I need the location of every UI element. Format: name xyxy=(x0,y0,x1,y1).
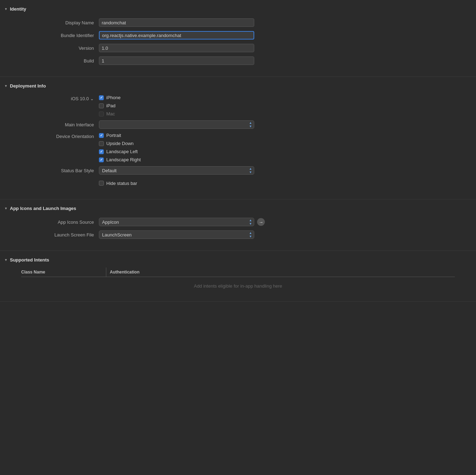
hide-status-bar-checkbox-row: Hide status bar xyxy=(99,181,137,186)
deploy-targets: iPhone iPad Mac xyxy=(99,95,120,116)
portrait-label: Portrait xyxy=(106,133,121,138)
landscape-left-label: Landscape Left xyxy=(106,149,138,154)
iphone-label: iPhone xyxy=(106,95,120,100)
supported-intents-title: Supported Intents xyxy=(10,257,49,263)
launch-screen-select-wrapper: LaunchScreen ▲ ▼ xyxy=(99,230,254,239)
iphone-checkbox[interactable] xyxy=(99,95,104,100)
identity-header[interactable]: ▾ Identity xyxy=(0,6,476,17)
ipad-checkbox[interactable] xyxy=(99,103,104,108)
status-bar-select-wrapper: Default Light Content Dark Content ▲ ▼ xyxy=(99,166,254,175)
app-icons-form: App Icons Source AppIcon ▲ ▼ → xyxy=(0,216,476,244)
app-icons-nav-button[interactable]: → xyxy=(257,218,265,226)
deployment-chevron: ▾ xyxy=(5,84,7,88)
landscape-left-checkbox[interactable] xyxy=(99,149,104,154)
mac-label: Mac xyxy=(106,111,115,116)
landscape-right-row: Landscape Right xyxy=(99,157,141,162)
app-icons-title: App Icons and Launch Images xyxy=(10,206,76,211)
intents-table-header: Class Name Authentication xyxy=(21,267,455,277)
supported-intents-chevron: ▾ xyxy=(5,258,7,262)
bundle-id-input[interactable] xyxy=(99,31,254,40)
deployment-title: Deployment Info xyxy=(10,83,46,89)
main-interface-select[interactable] xyxy=(99,120,254,129)
build-row: Build xyxy=(21,56,455,65)
app-icons-source-label: App Icons Source xyxy=(21,220,99,225)
supported-intents-header[interactable]: ▾ Supported Intents xyxy=(0,257,476,267)
deployment-header[interactable]: ▾ Deployment Info xyxy=(0,83,476,94)
status-bar-select[interactable]: Default Light Content Dark Content xyxy=(99,166,254,175)
upside-down-label: Upside Down xyxy=(106,141,133,146)
target-iphone-row: iPhone xyxy=(99,95,120,100)
bundle-id-row: Bundle Identifier xyxy=(21,31,455,40)
display-name-input[interactable] xyxy=(99,18,254,27)
target-mac-row: Mac xyxy=(99,111,120,116)
launch-screen-select[interactable]: LaunchScreen xyxy=(99,230,254,239)
app-icons-source-row: App Icons Source AppIcon ▲ ▼ → xyxy=(21,217,455,227)
main-interface-row: Main Interface ▲ ▼ xyxy=(21,120,455,129)
app-icons-header[interactable]: ▾ App Icons and Launch Images xyxy=(0,206,476,216)
device-orientation-label: Device Orientation xyxy=(21,133,99,139)
bundle-id-label: Bundle Identifier xyxy=(21,33,99,38)
portrait-checkbox[interactable] xyxy=(99,133,104,138)
build-input[interactable] xyxy=(99,56,254,65)
hide-status-bar-checkbox[interactable] xyxy=(99,181,104,186)
app-icons-source-select[interactable]: AppIcon xyxy=(99,218,254,226)
landscape-right-label: Landscape Right xyxy=(106,157,141,162)
deployment-section: ▾ Deployment Info iOS 10.0 ⌄ iPhone iPad xyxy=(0,77,476,199)
status-bar-row: Status Bar Style Default Light Content D… xyxy=(21,166,455,175)
target-ipad-row: iPad xyxy=(99,103,120,108)
version-input[interactable] xyxy=(99,44,254,52)
supported-intents-table-wrapper: Class Name Authentication Add intents el… xyxy=(0,267,476,295)
identity-section: ▾ Identity Display Name Bundle Identifie… xyxy=(0,0,476,77)
portrait-row: Portrait xyxy=(99,133,141,138)
device-orientation-row: Device Orientation Portrait Upside Down … xyxy=(21,133,455,162)
add-intents-hint: Add intents eligible for in-app handling… xyxy=(21,277,455,295)
landscape-left-row: Landscape Left xyxy=(99,149,141,154)
identity-title: Identity xyxy=(10,6,26,12)
app-icons-select-wrapper: AppIcon ▲ ▼ xyxy=(99,218,254,226)
launch-screen-label: Launch Screen File xyxy=(21,232,99,238)
app-icons-chevron: ▾ xyxy=(5,206,7,211)
app-icons-source-wrapper: AppIcon ▲ ▼ → xyxy=(99,218,265,226)
ios-version-label: iOS 10.0 ⌄ xyxy=(21,95,99,101)
ipad-label: iPad xyxy=(106,103,115,108)
hide-status-bar-row: Hide status bar xyxy=(21,179,455,188)
class-name-header: Class Name xyxy=(21,267,106,277)
version-label: Version xyxy=(21,46,99,51)
status-bar-label: Status Bar Style xyxy=(21,168,99,173)
display-name-row: Display Name xyxy=(21,18,455,27)
upside-down-row: Upside Down xyxy=(99,141,141,146)
identity-form: Display Name Bundle Identifier Version B… xyxy=(0,17,476,70)
hide-status-bar-label: Hide status bar xyxy=(106,181,137,186)
ios-version-row: iOS 10.0 ⌄ iPhone iPad Mac xyxy=(21,95,455,116)
upside-down-checkbox[interactable] xyxy=(99,141,104,146)
authentication-header: Authentication xyxy=(106,267,455,277)
identity-chevron: ▾ xyxy=(5,7,7,11)
landscape-right-checkbox[interactable] xyxy=(99,157,104,162)
launch-screen-row: Launch Screen File LaunchScreen ▲ ▼ xyxy=(21,230,455,239)
deployment-form: iOS 10.0 ⌄ iPhone iPad Mac xyxy=(0,94,476,193)
build-label: Build xyxy=(21,58,99,64)
main-interface-label: Main Interface xyxy=(21,122,99,127)
app-icons-section: ▾ App Icons and Launch Images App Icons … xyxy=(0,199,476,251)
supported-intents-section: ▾ Supported Intents Class Name Authentic… xyxy=(0,251,476,302)
orientation-group: Portrait Upside Down Landscape Left Land… xyxy=(99,133,141,162)
version-row: Version xyxy=(21,43,455,53)
display-name-label: Display Name xyxy=(21,20,99,25)
main-interface-select-wrapper: ▲ ▼ xyxy=(99,120,254,129)
mac-checkbox xyxy=(99,112,104,116)
